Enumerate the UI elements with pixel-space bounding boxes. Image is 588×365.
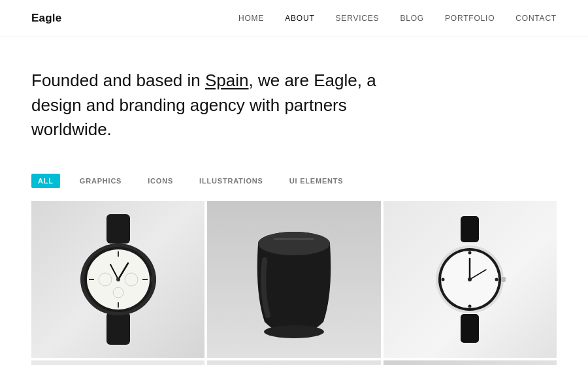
nav-contact[interactable]: CONTACT: [515, 14, 557, 23]
hero-highlight: Spain: [205, 71, 249, 90]
nav-services[interactable]: SERVICES: [336, 14, 380, 23]
hero-text: Founded and based in Spain, we are Eagle…: [31, 69, 397, 142]
svg-point-14: [116, 278, 120, 281]
nav-blog[interactable]: BLOG: [400, 14, 424, 23]
filter-icons[interactable]: ICONS: [141, 174, 180, 188]
portfolio-item-watch-chronograph[interactable]: [31, 201, 204, 358]
svg-point-28: [495, 278, 498, 281]
main-nav: HOME ABOUT SERVICES BLOG PORTFOLIO CONTA…: [238, 14, 557, 23]
portfolio-item-bottom-left[interactable]: [31, 360, 204, 365]
filter-illustrations[interactable]: ILLUSTRATIONS: [193, 174, 270, 188]
filter-tabs: ALL GRAPHICS ICONS ILLUSTRATIONS UI ELEM…: [0, 163, 588, 201]
portfolio-item-speaker-base[interactable]: [207, 360, 380, 365]
filter-ui-elements[interactable]: UI ELEMENTS: [283, 174, 350, 188]
portfolio-item-bracelet[interactable]: [384, 360, 557, 365]
svg-point-19: [264, 325, 324, 338]
nav-home[interactable]: HOME: [238, 14, 264, 23]
svg-point-27: [442, 278, 445, 281]
svg-rect-21: [461, 314, 479, 343]
hero-section: Founded and based in Spain, we are Eagle…: [0, 37, 588, 163]
svg-point-25: [468, 251, 472, 255]
portfolio-item-watch-minimal[interactable]: [384, 201, 557, 358]
site-logo[interactable]: Eagle: [31, 12, 61, 25]
hero-text-before: Founded and based in: [31, 71, 205, 90]
filter-graphics[interactable]: GRAPHICS: [73, 174, 128, 188]
svg-point-31: [468, 278, 472, 281]
nav-about[interactable]: ABOUT: [285, 14, 314, 23]
svg-rect-1: [106, 312, 130, 345]
portfolio-grid: [0, 201, 588, 365]
portfolio-item-speaker[interactable]: [207, 201, 380, 358]
svg-rect-15: [151, 276, 156, 283]
svg-rect-32: [501, 277, 506, 282]
svg-rect-0: [106, 214, 130, 244]
site-header: Eagle HOME ABOUT SERVICES BLOG PORTFOLIO…: [0, 0, 588, 37]
svg-point-26: [468, 305, 472, 308]
nav-portfolio[interactable]: PORTFOLIO: [445, 14, 495, 23]
filter-all[interactable]: ALL: [31, 174, 60, 188]
svg-point-17: [258, 232, 330, 255]
svg-rect-20: [461, 216, 479, 242]
